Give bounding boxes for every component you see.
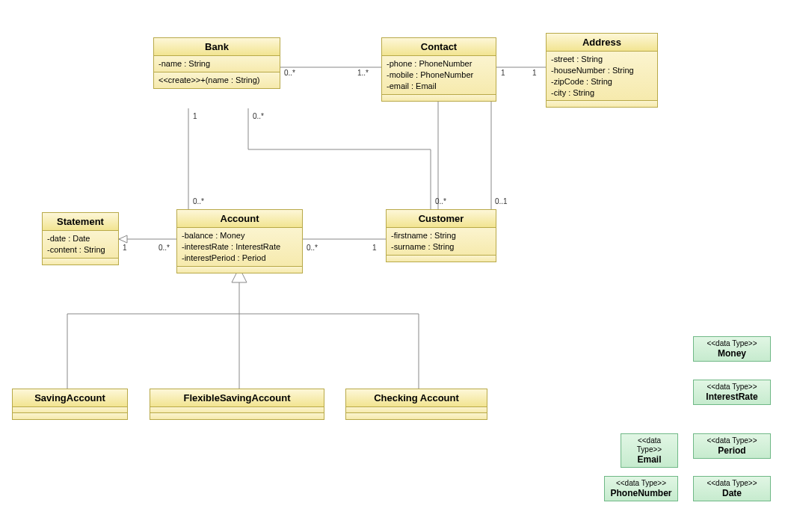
class-title: Contact bbox=[382, 38, 496, 56]
class-title: Customer bbox=[387, 210, 496, 228]
mult-label: 0..* bbox=[284, 69, 295, 77]
class-attrs: -balance : Money -interestRate : Interes… bbox=[177, 228, 302, 267]
class-flexible-saving-account: FlexibleSavingAccount bbox=[150, 389, 324, 420]
class-attrs: -name : String bbox=[154, 56, 280, 72]
mult-label: 1 bbox=[123, 244, 127, 252]
class-customer: Customer -firstname : String -surname : … bbox=[386, 209, 496, 262]
mult-label: 1 bbox=[501, 69, 505, 77]
mult-label: 1..* bbox=[357, 69, 369, 77]
mult-label: 1 bbox=[372, 244, 377, 252]
class-title: Statement bbox=[43, 213, 118, 231]
mult-label: 0..* bbox=[435, 197, 446, 205]
class-title: FlexibleSavingAccount bbox=[150, 389, 324, 407]
class-title: Checking Account bbox=[346, 389, 487, 407]
class-bank: Bank -name : String <<create>>+(name : S… bbox=[153, 37, 280, 89]
mult-label: 0..1 bbox=[495, 197, 508, 205]
mult-label: 0..* bbox=[193, 197, 204, 205]
class-title: Address bbox=[547, 34, 657, 52]
mult-label: 1 bbox=[532, 69, 537, 77]
datatype-period: <<data Type>> Period bbox=[693, 433, 771, 459]
class-attrs: -date : Date -content : String bbox=[43, 231, 118, 259]
class-attrs: -firstname : String -surname : String bbox=[387, 228, 496, 256]
class-ops: <<create>>+(name : String) bbox=[154, 72, 280, 88]
mult-label: 1 bbox=[193, 112, 197, 120]
class-saving-account: SavingAccount bbox=[12, 389, 128, 420]
class-title: Bank bbox=[154, 38, 280, 56]
mult-label: 0..* bbox=[158, 244, 170, 252]
mult-label: 0..* bbox=[253, 112, 264, 120]
datatype-money: <<data Type>> Money bbox=[693, 336, 771, 362]
class-title: SavingAccount bbox=[13, 389, 127, 407]
class-title: Account bbox=[177, 210, 302, 228]
svg-marker-5 bbox=[119, 235, 127, 243]
class-attrs: -phone : PhoneNumber -mobile : PhoneNumb… bbox=[382, 56, 496, 95]
datatype-interestrate: <<data Type>> InterestRate bbox=[693, 380, 771, 405]
datatype-date: <<data Type>> Date bbox=[693, 476, 771, 501]
class-contact: Contact -phone : PhoneNumber -mobile : P… bbox=[381, 37, 496, 102]
datatype-email: <<data Type>> Email bbox=[621, 433, 678, 468]
class-address: Address -street : String -houseNumber : … bbox=[546, 33, 658, 108]
class-checking-account: Checking Account bbox=[345, 389, 487, 420]
class-account: Account -balance : Money -interestRate :… bbox=[176, 209, 303, 273]
datatype-phonenumber: <<data Type>> PhoneNumber bbox=[604, 476, 678, 501]
class-attrs: -street : String -houseNumber : String -… bbox=[547, 52, 657, 101]
class-statement: Statement -date : Date -content : String bbox=[42, 212, 119, 265]
mult-label: 0..* bbox=[307, 244, 318, 252]
